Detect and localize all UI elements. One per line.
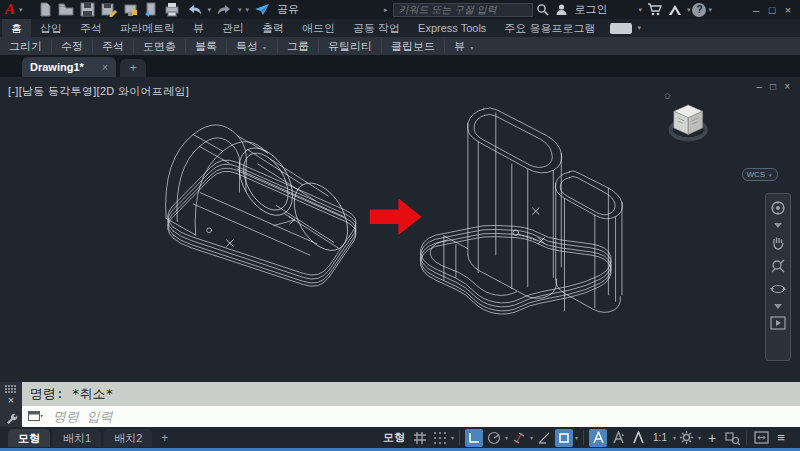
scale-value-button[interactable]: 1:1 xyxy=(649,429,671,447)
panel-utilities[interactable]: 유틸리티 xyxy=(319,39,382,53)
grid-display-button[interactable] xyxy=(411,429,429,447)
snap-mode-button[interactable] xyxy=(431,429,449,447)
qat-caret-icon[interactable]: ▾ xyxy=(244,6,252,14)
command-input-line[interactable]: 명령 입력 xyxy=(22,406,800,427)
help-icon[interactable]: ? xyxy=(692,3,706,17)
object-snap-tracking-button[interactable] xyxy=(535,429,553,447)
ribbon-display-toggle[interactable]: ▾ xyxy=(610,19,643,37)
navigation-wheel-icon[interactable] xyxy=(770,200,786,216)
object-snap-button[interactable] xyxy=(555,429,573,447)
ribbon-tab-addins[interactable]: 애드인 xyxy=(293,19,344,37)
save-button[interactable] xyxy=(77,1,98,19)
layout-tab-layout1[interactable]: 배치1 xyxy=(53,429,101,447)
orbit-caret-icon[interactable] xyxy=(774,304,782,309)
autoscale-button[interactable] xyxy=(609,429,627,447)
plot-device-button[interactable] xyxy=(120,1,141,19)
ribbon-tab-annotate[interactable]: 주석 xyxy=(71,19,111,37)
ribbon-tab-insert[interactable]: 삽입 xyxy=(31,19,71,37)
undo-caret-icon[interactable]: ▾ xyxy=(206,6,214,14)
ribbon-toggle-icon xyxy=(610,23,632,34)
wcs-dropdown[interactable]: WCS ▾ xyxy=(742,168,778,181)
save-as-button[interactable] xyxy=(98,1,120,19)
search-icon[interactable] xyxy=(533,1,552,19)
file-tab-drawing1[interactable]: Drawing1* × xyxy=(22,57,116,77)
ribbon-toggle-caret-icon: ▾ xyxy=(635,24,643,32)
command-line-close-icon[interactable]: × xyxy=(0,394,22,406)
model-space-button[interactable]: 모형 xyxy=(379,429,409,447)
annotation-visibility-button[interactable] xyxy=(589,429,607,447)
search-expand-icon[interactable]: ▸ xyxy=(382,6,390,14)
print-button[interactable] xyxy=(161,1,183,19)
panel-clipboard[interactable]: 클립보드 xyxy=(382,39,445,53)
search-input[interactable] xyxy=(393,3,533,17)
scale-caret-icon[interactable]: ▾ xyxy=(673,434,676,441)
export-button[interactable] xyxy=(141,1,161,19)
ortho-mode-button[interactable] xyxy=(465,429,483,447)
osnap-caret-icon[interactable]: ▾ xyxy=(575,434,578,441)
redo-button[interactable] xyxy=(213,1,236,19)
panel-layers[interactable]: 도면층 xyxy=(134,39,186,53)
ribbon-tab-parametric[interactable]: 파라메트릭 xyxy=(111,19,184,37)
snap-caret-icon[interactable]: ▾ xyxy=(451,434,454,441)
orbit-icon[interactable] xyxy=(770,281,786,297)
polar-caret-icon[interactable]: ▾ xyxy=(505,434,508,441)
share-icon[interactable] xyxy=(251,1,273,19)
open-file-button[interactable] xyxy=(55,1,77,19)
window-minimize-button[interactable]: – xyxy=(748,4,764,16)
ribbon-tab-express-tools[interactable]: Express Tools xyxy=(409,19,495,37)
customize-wrench-icon[interactable] xyxy=(5,412,18,425)
share-label[interactable]: 공유 xyxy=(273,2,303,17)
layout-tab-model[interactable]: 모형 xyxy=(8,429,50,447)
panel-view-caret-icon: ▾ xyxy=(468,45,475,51)
navigation-wheel-caret-icon[interactable] xyxy=(774,223,782,228)
layout-tab-layout2[interactable]: 배치2 xyxy=(104,429,152,447)
panel-draw[interactable]: 그리기 xyxy=(0,39,52,53)
ribbon-tab-home[interactable]: 홈 xyxy=(2,19,31,37)
undo-button[interactable] xyxy=(183,1,206,19)
panel-block[interactable]: 블록 xyxy=(186,39,227,53)
clean-screen-button[interactable] xyxy=(752,429,770,447)
ribbon-tab-manage[interactable]: 관리 xyxy=(213,19,253,37)
isometric-drafting-button[interactable] xyxy=(510,429,528,447)
drawing-canvas[interactable]: [-][남동 등각투영][2D 와이어프레임] – □ × xyxy=(0,77,800,382)
workspace-gear-icon[interactable] xyxy=(678,429,696,447)
app-store-cart-icon[interactable] xyxy=(644,1,665,19)
ribbon-tab-output[interactable]: 출력 xyxy=(253,19,293,37)
annotation-scale-icon[interactable] xyxy=(629,429,647,447)
ribbon-panel-row: 그리기 수정 주석 도면층 블록 특성 ▾ 그룹 유틸리티 클립보드 뷰 ▾ xyxy=(0,37,800,55)
app-menu-icon[interactable]: A xyxy=(0,1,17,18)
window-maximize-button[interactable]: □ xyxy=(764,4,780,16)
customization-menu-button[interactable]: ≡ xyxy=(772,429,790,447)
user-icon[interactable] xyxy=(552,1,571,19)
command-line-grip[interactable]: × xyxy=(0,382,22,427)
isolate-objects-button[interactable] xyxy=(723,429,741,447)
panel-view[interactable]: 뷰 ▾ xyxy=(445,39,484,53)
new-file-button[interactable] xyxy=(35,1,55,19)
login-caret-icon[interactable]: ▾ xyxy=(636,6,644,14)
zoom-icon[interactable] xyxy=(770,258,786,274)
panel-modify[interactable]: 수정 xyxy=(52,39,93,53)
ribbon-tab-view[interactable]: 뷰 xyxy=(184,19,213,37)
file-tab-close-icon[interactable]: × xyxy=(102,61,108,73)
window-close-button[interactable]: × xyxy=(780,4,796,16)
panel-properties[interactable]: 특성 ▾ xyxy=(227,39,278,53)
customization-plus-button[interactable]: + xyxy=(703,429,721,447)
panel-annotate[interactable]: 주석 xyxy=(93,39,134,53)
isodraft-caret-icon[interactable]: ▾ xyxy=(530,434,533,441)
workspace-caret-icon[interactable]: ▾ xyxy=(698,434,701,441)
help-caret-icon[interactable]: ▾ xyxy=(706,6,714,14)
polar-tracking-button[interactable] xyxy=(485,429,503,447)
ribbon-tab-featured-apps[interactable]: 주요 응용프로그램 xyxy=(495,19,604,37)
login-label[interactable]: 로그인 xyxy=(571,2,610,17)
showmotion-icon[interactable] xyxy=(770,316,786,330)
ribbon-tab-collaborate[interactable]: 공동 작업 xyxy=(344,19,409,37)
new-drawing-tab-button[interactable]: + xyxy=(120,59,146,77)
autodesk-caret-icon[interactable]: ▾ xyxy=(685,6,693,14)
app-menu-caret-icon[interactable]: ▾ xyxy=(17,6,25,14)
panel-groups[interactable]: 그룹 xyxy=(278,39,319,53)
command-options-icon[interactable] xyxy=(28,411,43,422)
new-layout-button[interactable]: + xyxy=(155,431,174,445)
autodesk-logo-icon[interactable] xyxy=(665,1,685,19)
redo-caret-icon[interactable]: ▾ xyxy=(236,6,244,14)
pan-hand-icon[interactable] xyxy=(770,235,786,251)
